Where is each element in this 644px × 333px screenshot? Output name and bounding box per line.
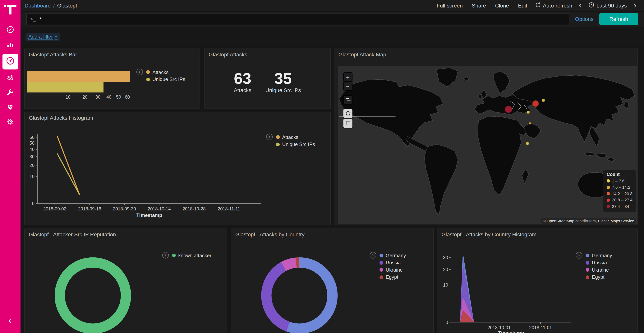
svg-text:2018-09-02: 2018-09-02 [43, 206, 66, 211]
elastic-maps-service-link[interactable]: Elastic Maps Service [598, 219, 634, 223]
legend-item[interactable]: Russia [380, 259, 406, 266]
horizontal-bar-chart[interactable]: 102030405060 [27, 71, 138, 106]
rectangle-draw-button[interactable] [343, 119, 352, 128]
panel-title: Glastopf Attacks [209, 51, 247, 58]
legend-item[interactable]: Attacks [146, 69, 185, 76]
polygon-draw-button[interactable] [343, 109, 352, 118]
query-options-link[interactable]: Options [575, 16, 594, 22]
legend-item[interactable]: Ukraine [380, 266, 406, 274]
legend-toggle-icon[interactable]: › [136, 69, 143, 75]
svg-text:0: 0 [32, 201, 34, 206]
add-filter-link[interactable]: Add a filter+ [26, 33, 60, 41]
legend-item[interactable]: Unique Src IPs [276, 141, 315, 148]
legend-toggle-icon[interactable]: › [576, 252, 582, 259]
clock-icon [588, 2, 594, 9]
line-chart[interactable]: 01020304050602018-09-022018-09-162018-09… [25, 112, 330, 225]
time-forward-button[interactable] [630, 3, 640, 9]
legend-item: 1 – 7.6 [606, 178, 632, 184]
edit-button[interactable]: Edit [518, 3, 527, 9]
refresh-button[interactable]: Refresh [599, 13, 638, 25]
legend-item: 7.6 – 14.2 [606, 184, 632, 190]
chevron-left-icon [7, 318, 14, 326]
attack-point[interactable] [505, 106, 512, 113]
legend-title: Count [606, 172, 632, 177]
sidebar-collapse-button[interactable] [2, 315, 18, 329]
time-range-picker[interactable]: Last 90 days [588, 2, 627, 9]
sidebar-item-settings[interactable] [2, 116, 18, 130]
legend: › Germany Russia Ukraine Egypt [576, 252, 612, 281]
svg-text:2018-11-11: 2018-11-11 [218, 206, 240, 211]
legend-item[interactable]: Ukraine [586, 266, 612, 274]
panel-glastopf-attacks-histogram: Glastopf Attacks Histogram 0102030405060… [24, 112, 330, 225]
sidebar-item-dashboard[interactable] [2, 54, 18, 70]
legend-item: 27.4 – 34 [606, 203, 632, 210]
panel-title: Glastopf Attacks Bar [29, 51, 77, 58]
legend: › Attacks Unique Src IPs [136, 69, 185, 83]
bar-unique-src-ips[interactable] [27, 82, 104, 93]
attack-point[interactable] [526, 142, 529, 145]
legend-item[interactable]: Russia [586, 259, 612, 266]
clone-button[interactable]: Clone [495, 3, 509, 9]
attack-point[interactable] [532, 100, 539, 107]
attack-point[interactable] [526, 111, 530, 114]
openstreetmap-link[interactable]: OpenStreetMap [547, 219, 574, 223]
auto-refresh-button[interactable]: Auto-refresh [535, 2, 572, 9]
dashboard-gauge-icon [6, 56, 15, 67]
sidebar-item-health[interactable] [2, 101, 18, 115]
legend: › known attacker [162, 252, 212, 259]
legend: › Germany Russia Ukraine Egypt [370, 252, 406, 281]
svg-text:10: 10 [30, 174, 34, 179]
svg-text:50: 50 [30, 141, 34, 146]
world-attack-map[interactable]: + − Count [338, 66, 638, 224]
bar-attacks[interactable] [27, 71, 130, 82]
svg-text:10: 10 [443, 282, 448, 287]
legend-toggle-icon[interactable]: › [266, 134, 273, 140]
panel-glastopf-attacks-metric: Glastopf Attacks 63 Attacks 35 Unique Sr… [204, 49, 330, 109]
legend-item[interactable]: Germany [380, 252, 406, 259]
gear-icon [6, 118, 14, 127]
crop-tool-button[interactable] [343, 95, 352, 104]
time-back-button[interactable] [576, 3, 585, 9]
donut-chart-country[interactable] [261, 257, 338, 333]
svg-text:2018-11-01: 2018-11-01 [529, 325, 552, 330]
sidebar-item-tools[interactable] [2, 86, 18, 100]
legend-item[interactable]: Egypt [586, 273, 612, 281]
x-axis-label: Timestamp [38, 213, 261, 218]
telekom-logo[interactable] [4, 3, 16, 17]
crop-icon [345, 96, 350, 103]
legend-item[interactable]: Unique Src IPs [146, 76, 185, 83]
query-input-box[interactable]: >_ [26, 13, 569, 25]
sidebar-item-discover[interactable] [2, 24, 18, 38]
compass-icon [6, 26, 14, 35]
query-bar: >_ Options Refresh [20, 12, 644, 27]
metric-value-attacks: 63 [234, 70, 251, 87]
query-input[interactable] [40, 16, 565, 23]
legend-item[interactable]: Attacks [276, 134, 315, 141]
legend-toggle-icon[interactable]: › [370, 252, 376, 259]
svg-text:2018-09-30: 2018-09-30 [113, 206, 136, 211]
legend-item[interactable]: known attacker [172, 252, 212, 259]
x-axis-label: Timestamp [451, 330, 571, 333]
panel-attacker-src-ip-reputation: Glastopf - Attacker Src IP Reputation › … [24, 228, 227, 333]
sidebar-item-attack-map[interactable] [2, 71, 18, 85]
donut-chart-reputation[interactable] [55, 257, 131, 333]
svg-text:60: 60 [30, 135, 34, 140]
share-button[interactable]: Share [472, 3, 486, 9]
legend-item[interactable]: Germany [586, 252, 612, 259]
legend-toggle-icon[interactable]: › [162, 252, 169, 259]
filter-bar: Add a filter+ [20, 27, 644, 45]
zoom-out-button[interactable]: − [343, 81, 352, 90]
legend-item[interactable]: Egypt [380, 273, 406, 281]
breadcrumb-dashboard-link[interactable]: Dashboard [25, 3, 51, 9]
full-screen-button[interactable]: Full screen [436, 3, 463, 9]
refresh-cycle-icon [535, 2, 541, 9]
plus-icon: + [54, 34, 58, 40]
metric-value-unique-src-ips: 35 [265, 70, 301, 87]
area-chart[interactable]: 01020302018-10-012018-11-01 [438, 229, 638, 333]
panel-title: Glastopf - Attacker Src IP Reputation [29, 231, 116, 237]
zoom-in-button[interactable]: + [343, 72, 352, 81]
kibana-dashboard-app: Dashboard / Glastopf Full screen Share C… [0, 0, 644, 333]
rectangle-icon [345, 120, 350, 127]
sidebar-item-visualize[interactable] [2, 38, 18, 52]
bar-chart-icon [6, 40, 14, 50]
